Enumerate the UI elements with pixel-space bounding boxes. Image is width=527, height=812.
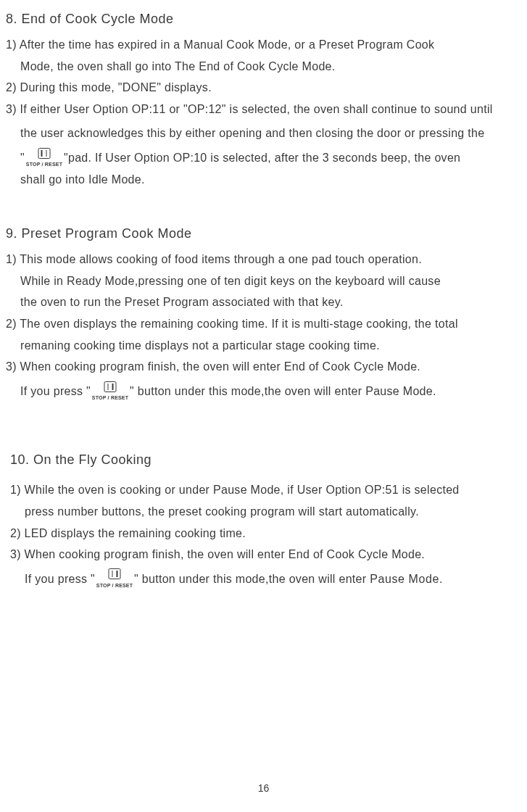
section-10-item-1-line-2: press number buttons, the preset cooking… [10,501,521,523]
text-segment: If you press " [25,568,95,590]
section-8: 8. End of Cook Cycle Mode 1) After the t… [6,12,521,190]
section-9-item-1-line-2: While in Ready Mode,pressing one of ten … [6,270,521,292]
section-8-item-3-line-1: 3) If either User Option OP:11 or "OP:12… [6,99,521,120]
section-9-item-1-line-3: the oven to run the Preset Program assoc… [6,291,521,313]
section-8-item-3-line-4: shall go into Idle Mode. [6,169,521,191]
text-segment: " button under this mode,the oven will e… [130,381,436,402]
stop-reset-icon-label: STOP / RESET [26,160,62,170]
section-8-item-2: 2) During this mode, "DONE" displays. [6,77,521,99]
section-10: 10. On the Fly Cooking 1) While the oven… [6,452,521,589]
section-8-item-1-line-2: Mode, the oven shall go into The End of … [6,56,521,78]
stop-reset-icon: STOP / RESET [92,381,128,402]
section-9-item-3: 3) When cooking program finish, the oven… [6,356,521,378]
text-segment: " [20,147,25,169]
page-number: 16 [258,782,270,794]
stop-reset-icon: STOP / RESET [96,568,133,589]
section-8-heading: 8. End of Cook Cycle Mode [6,12,521,27]
text-segment: " button under this mode,the oven will e… [134,568,370,590]
section-9-item-2-line-1: 2) The oven displays the remaining cooki… [6,313,521,335]
section-9: 9. Preset Program Cook Mode 1) This mode… [6,226,521,402]
stop-reset-icon: STOP / RESET [26,148,62,168]
stop-reset-icon-label: STOP / RESET [96,581,133,591]
section-8-item-3-line-3: " STOP / RESET "pad. If User Option OP:1… [6,147,521,169]
section-9-item-1-line-1: 1) This mode allows cooking of food item… [6,249,521,270]
section-8-item-1-line-1: 1) After the time has expired in a Manua… [6,34,521,56]
section-9-item-4: If you press " STOP / RESET " button und… [6,381,521,402]
section-9-item-2-line-2: remaning cooking time displays not a par… [6,335,521,357]
section-10-item-3: 3) When cooking program finish, the oven… [10,544,521,566]
text-segment: Pause Mode. [370,568,443,590]
section-10-item-2: 2) LED displays the remaining cooking ti… [10,523,521,544]
stop-reset-icon-label: STOP / RESET [92,394,128,403]
section-10-item-4: If you press " STOP / RESET " button und… [10,568,521,590]
section-10-heading: 10. On the Fly Cooking [10,452,521,468]
text-segment: If you press " [20,381,91,402]
section-8-item-3-line-2: the user acknowledges this by either ope… [6,123,521,144]
section-10-item-1-line-1: 1) While the oven is cooking or under Pa… [10,479,521,501]
section-9-heading: 9. Preset Program Cook Mode [6,226,521,241]
text-segment: "pad. If User Option OP:10 is selected, … [64,147,460,169]
